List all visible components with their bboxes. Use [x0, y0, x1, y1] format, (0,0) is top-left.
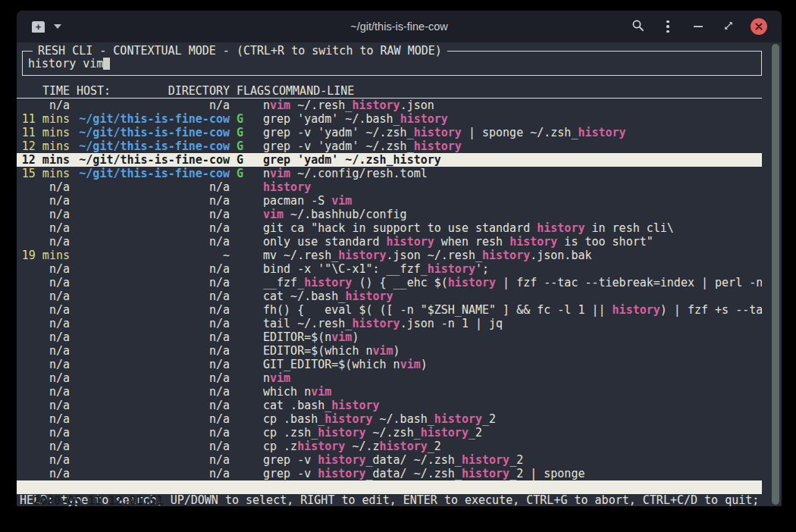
row-directory: n/a	[77, 412, 230, 426]
row-flags	[237, 289, 243, 303]
table-row[interactable]: n/an/acp .zsh_history ~/.zsh_history_2	[17, 426, 762, 440]
table-header: TIME HOST:DIRECTORY FLAGS COMMAND-LINE	[17, 85, 762, 99]
table-row[interactable]: 19 mins~mv ~/.resh_history.json ~/.resh_…	[17, 249, 762, 262]
row-time: n/a	[20, 180, 70, 194]
row-time: n/a	[20, 426, 70, 440]
row-flags	[237, 344, 243, 358]
table-row[interactable]: n/an/aEDITOR=$(nvim)	[17, 330, 762, 344]
table-row[interactable]: 15 mins~/git/this-is-fine-cowGnvim ~/.co…	[17, 167, 762, 180]
status-bar: 2020-05-11 12:01:51 tower:~/git/this-is-…	[17, 480, 762, 494]
table-row[interactable]: 12 mins~/git/this-is-fine-cowGgrep -v 'y…	[17, 139, 762, 153]
row-command: GIT_EDITOR=$(which nvim)	[263, 358, 762, 371]
search-icon	[631, 19, 644, 34]
row-directory: n/a	[77, 276, 230, 289]
table-row[interactable]: n/an/aonly use standard history when res…	[17, 235, 762, 249]
row-command: cat ~/.bash_history	[263, 289, 762, 303]
row-command: nvim ~/.resh_history.json	[263, 99, 762, 112]
close-icon	[751, 18, 767, 35]
row-flags	[237, 235, 243, 249]
table-row[interactable]: 11 mins~/git/this-is-fine-cowGgrep 'yadm…	[17, 112, 762, 126]
table-row[interactable]: n/an/acat .bash_history	[17, 399, 762, 412]
table-row[interactable]: n/an/agrep -v history_data/ ~/.zsh_histo…	[17, 453, 762, 467]
table-row[interactable]: n/an/acat ~/.bash_history	[17, 289, 762, 303]
table-row[interactable]: n/an/avim ~/.bashhub/config	[17, 208, 762, 221]
row-time: n/a	[20, 317, 70, 330]
row-flags	[237, 262, 243, 276]
table-row[interactable]: n/an/abind -x '"\C-x1": __fzf_history';	[17, 262, 762, 276]
resh-search-box[interactable]: RESH CLI - CONTEXTUAL MODE - (CTRL+R to …	[22, 51, 762, 76]
row-time: 11 mins	[20, 126, 70, 139]
row-command: grep -v 'yadm' ~/.zsh_history | sponge ~…	[263, 126, 762, 139]
row-flags	[237, 276, 243, 289]
menu-button[interactable]	[659, 17, 677, 36]
table-row[interactable]: n/an/aGIT_EDITOR=$(which nvim)	[17, 358, 762, 371]
table-row[interactable]: 12 mins~/git/this-is-fine-cowGgrep 'yadm…	[17, 153, 762, 167]
table-row[interactable]: n/an/acp .zhistory ~/.zhistory_2	[17, 440, 762, 453]
row-command: bind -x '"\C-x1": __fzf_history';	[263, 262, 762, 276]
row-directory: ~	[77, 249, 230, 262]
table-row[interactable]: n/an/apacman -S vim	[17, 194, 762, 208]
row-time: n/a	[20, 344, 70, 358]
row-directory: n/a	[77, 453, 230, 467]
restore-button[interactable]	[719, 17, 738, 36]
row-command: grep 'yadm' ~/.bash_history	[263, 112, 762, 126]
terminal-content: RESH CLI - CONTEXTUAL MODE - (CTRL+R to …	[17, 42, 782, 506]
table-row[interactable]: n/an/anvim ~/.resh_history.json	[17, 99, 762, 112]
table-row[interactable]: n/an/agit ca "hack in support to use sta…	[17, 221, 762, 235]
row-time: n/a	[20, 303, 70, 317]
row-command: only use standard history when resh hist…	[263, 235, 762, 249]
row-directory: n/a	[77, 467, 230, 480]
table-row[interactable]: n/an/a__fzf_history () { __ehc $(history…	[17, 276, 762, 289]
close-button[interactable]	[750, 17, 768, 36]
row-flags: G	[237, 153, 243, 167]
row-command: fh() { eval $( ([ -n "$ZSH_NAME" ] && fc…	[263, 303, 762, 317]
row-directory: ~/git/this-is-fine-cow	[77, 112, 230, 126]
row-command: EDITOR=$(which nvim)	[263, 344, 762, 358]
text-cursor	[103, 58, 110, 70]
row-directory: n/a	[77, 440, 230, 453]
table-row[interactable]: n/an/ahistory	[17, 180, 762, 194]
terminal-dropdown-button[interactable]	[54, 24, 61, 29]
search-button[interactable]	[628, 17, 647, 36]
row-flags	[237, 194, 243, 208]
column-command-line: COMMAND-LINE	[272, 85, 354, 98]
row-time: n/a	[20, 412, 70, 426]
row-command: which nvim	[263, 385, 762, 399]
minimize-button[interactable]	[689, 17, 707, 36]
resh-mode-title: RESH CLI - CONTEXTUAL MODE - (CTRL+R to …	[33, 45, 447, 58]
row-directory: n/a	[77, 371, 230, 385]
row-flags	[237, 330, 243, 344]
menu-kebab-icon	[666, 20, 669, 33]
row-directory: ~/git/this-is-fine-cow	[77, 139, 230, 153]
table-row[interactable]: n/an/aEDITOR=$(which nvim)	[17, 344, 762, 358]
column-directory: DIRECTORY	[168, 85, 230, 98]
row-directory: n/a	[77, 426, 230, 440]
table-row[interactable]: n/an/acp .bash_history ~/.bash_history_2	[17, 412, 762, 426]
row-directory: ~/git/this-is-fine-cow	[77, 126, 230, 139]
row-time: n/a	[20, 385, 70, 399]
search-query-input[interactable]: history vim	[28, 57, 103, 70]
column-host: HOST:	[77, 85, 111, 98]
row-flags	[237, 249, 243, 262]
table-row[interactable]: n/an/atail ~/.resh_history.json -n 1 | j…	[17, 317, 762, 330]
row-time: n/a	[20, 194, 70, 208]
titlebar: + ~/git/this-is-fine-cow	[17, 11, 782, 42]
table-row[interactable]: n/an/anvim	[17, 371, 762, 385]
row-directory: n/a	[77, 289, 230, 303]
table-row[interactable]: n/an/afh() { eval $( ([ -n "$ZSH_NAME" ]…	[17, 303, 762, 317]
row-directory: ~/git/this-is-fine-cow	[77, 167, 230, 180]
table-row[interactable]: n/an/awhich nvim	[17, 385, 762, 399]
row-directory: n/a	[77, 180, 230, 194]
row-flags	[237, 453, 243, 467]
new-terminal-button[interactable]: +	[32, 21, 45, 33]
history-list: n/an/anvim ~/.resh_history.json11 mins~/…	[17, 99, 782, 480]
row-directory: n/a	[77, 194, 230, 208]
row-time: 12 mins	[20, 139, 70, 153]
row-command: history	[263, 180, 762, 194]
table-row[interactable]: n/an/agrep -v history_data/ ~/.zsh_histo…	[17, 467, 762, 480]
row-flags	[237, 99, 243, 112]
table-row[interactable]: 11 mins~/git/this-is-fine-cowGgrep -v 'y…	[17, 126, 762, 139]
row-command: grep -v 'yadm' ~/.zsh_history	[263, 139, 762, 153]
row-time: 15 mins	[20, 167, 70, 180]
scrollbar[interactable]	[772, 44, 779, 505]
